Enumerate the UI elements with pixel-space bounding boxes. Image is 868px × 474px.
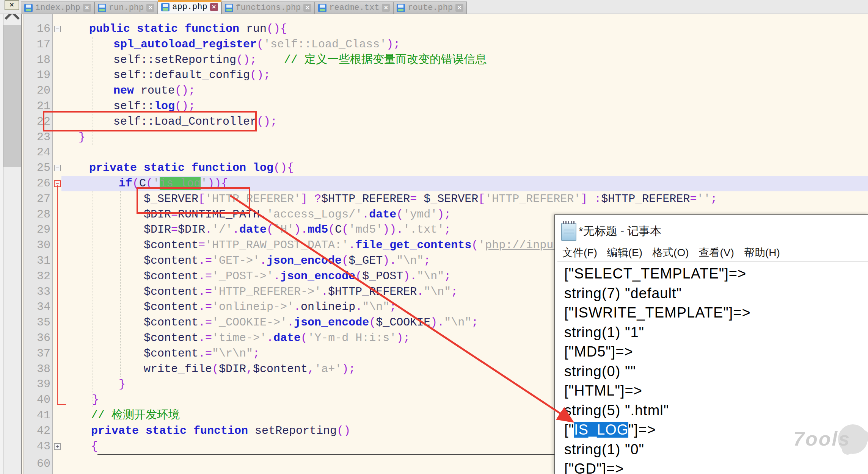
code-line-43[interactable]: { [91,439,98,454]
floppy-shutter [226,5,232,8]
code-line-36[interactable]: $content.='time->'.date('Y-m-d H:i:s'); [144,330,410,346]
floppy-shutter [320,5,325,8]
notepad-menu-O[interactable]: 格式(O) [647,245,694,261]
code-line-16[interactable]: public static function run(){ [89,21,287,37]
line-number: 24 [26,145,50,160]
notepad-text-line: ["SELECT_TEMPLATE"]=> [564,264,746,283]
floppy-shutter [99,5,105,8]
tab-label: run.php [109,3,144,13]
code-line-20[interactable]: new route(); [113,83,195,99]
notepad-menu-F[interactable]: 文件(F) [557,245,602,261]
line-number: 43 [26,439,50,454]
floppy-disk-icon [24,4,33,12]
floppy-disk-icon [98,4,106,12]
notepad-text-line: string(1) "1" [564,322,644,342]
notepad-menubar: 文件(F)编辑(E)格式(O)查看(V)帮助(H) [557,245,868,262]
code-line-18[interactable]: self::setReporting(); // 定义一些根据变量而改变的错误信… [113,52,487,68]
tab-functions.php[interactable]: functions.php✕ [221,2,315,14]
code-line-39[interactable]: } [119,377,126,392]
tab-readme.txt[interactable]: readme.txt✕ [315,2,393,14]
code-line-30[interactable]: $content='HTTP_RAW_POST_DATA:'.file_get_… [144,238,581,253]
tab-close-icon[interactable]: ✕ [210,3,218,11]
code-line-33[interactable]: $content.='HTTP_REFERER->'.$HTTP_REFERER… [144,284,458,300]
scrollbar-thumb[interactable] [3,25,21,167]
notepad-text-line: string(1) "0" [564,440,644,459]
indent-guide [120,191,121,377]
code-line-29[interactable]: $DIR=$DIR.'/'.date('H').md5(C('md5')).'.… [144,222,451,238]
line-number: 41 [26,408,50,423]
notepad-titlebar[interactable]: *无标题 - 记事本 [555,215,868,245]
tab-app.php[interactable]: app.php✕ [158,0,221,14]
tab-close-icon[interactable]: ✕ [455,4,463,12]
red-fold-guide-tick [57,404,66,405]
line-number: 16 [26,21,50,37]
floppy-shutter [398,5,403,8]
line-number: 60 [26,456,50,472]
line-number: 33 [26,284,50,300]
code-line-19[interactable]: self::default_config(); [113,67,270,83]
tab-bar: ✕ index.php✕run.php✕app.php✕functions.ph… [0,0,868,14]
line-number: 28 [26,207,50,222]
tab-close-icon[interactable]: ✕ [303,4,311,12]
line-number: 18 [26,52,50,68]
line-number: 31 [26,253,50,269]
code-line-31[interactable]: $content.='GET->'.json_encode($_GET)."\n… [144,253,430,269]
notepad-text-line: ["IS_LOG"]=> [564,420,656,440]
line-number: 29 [26,222,50,238]
fold-collapse-icon[interactable]: − [54,165,61,171]
tab-run.php[interactable]: run.php✕ [94,2,158,14]
code-line-25[interactable]: private static function log(){ [89,160,294,176]
floppy-shutter [163,4,168,7]
code-line-42[interactable]: private static function setReporting() [91,423,350,439]
floppy-disk-icon [397,4,405,12]
notepad-title: *无标题 - 记事本 [579,224,661,239]
tab-label: route.php [408,3,453,13]
floppy-label [320,9,325,11]
fold-collapse-icon[interactable]: − [54,26,61,32]
indent-guide [93,191,93,407]
notepad-menu-E[interactable]: 编辑(E) [602,245,647,261]
line-number: 39 [26,377,50,392]
annotation-rect-line26 [137,187,250,214]
line-number: 34 [26,299,50,315]
line-number: 42 [26,423,50,439]
tab-index.php[interactable]: index.php✕ [21,2,94,14]
vertical-scrollbar[interactable] [3,8,21,474]
line-number: 20 [26,83,50,99]
tab-label: app.php [172,2,207,12]
floppy-disk-icon [318,4,326,12]
window-close-button[interactable]: ✕ [5,0,19,10]
annotation-rect-line21 [43,111,257,131]
notepad-text-line: string(0) "" [564,361,636,381]
floppy-disk-icon [225,4,233,12]
code-line-34[interactable]: $content.='onlineip->'.onlineip."\n"; [144,299,396,315]
screenshot-root: { "icons": { "close_glyph": "✕", "window… [0,0,868,474]
code-line-17[interactable]: spl_autoload_register('self::Load_Class'… [113,37,400,52]
floppy-disk-icon [161,3,170,11]
fold-expand-icon[interactable]: + [54,443,61,450]
tab-label: readme.txt [329,3,379,13]
floppy-label [99,9,105,11]
code-line-41[interactable]: // 检测开发环境 [91,408,180,423]
floppy-label [398,9,403,11]
watermark-text: 7ools [793,428,851,450]
notepad-menu-V[interactable]: 查看(V) [694,245,739,261]
line-number: 27 [26,191,50,207]
line-number: 37 [26,346,50,361]
code-line-35[interactable]: $content.='_COOKIE->'.json_encode($_COOK… [144,315,478,330]
watermark: 7ools [793,427,851,450]
floppy-label [163,8,168,11]
file-tabs: index.php✕run.php✕app.php✕functions.php✕… [21,0,467,14]
line-number-gutter: 1617181920212223242526272829303132333435… [24,14,53,474]
tab-route.php[interactable]: route.php✕ [393,2,467,14]
code-line-32[interactable]: $content.='_POST->'.json_encode($_POST).… [144,269,451,284]
notepad-menu-H[interactable]: 帮助(H) [739,245,785,261]
tab-close-icon[interactable]: ✕ [146,4,154,12]
tab-close-icon[interactable]: ✕ [382,4,390,12]
code-line-23[interactable]: } [78,130,85,145]
floppy-label [26,9,31,11]
code-line-37[interactable]: $content.="\r\n"; [144,346,260,361]
tab-close-icon[interactable]: ✕ [83,4,91,12]
code-line-40[interactable]: } [92,392,99,408]
code-line-38[interactable]: write_file($DIR,$content,'a+'); [144,361,355,377]
